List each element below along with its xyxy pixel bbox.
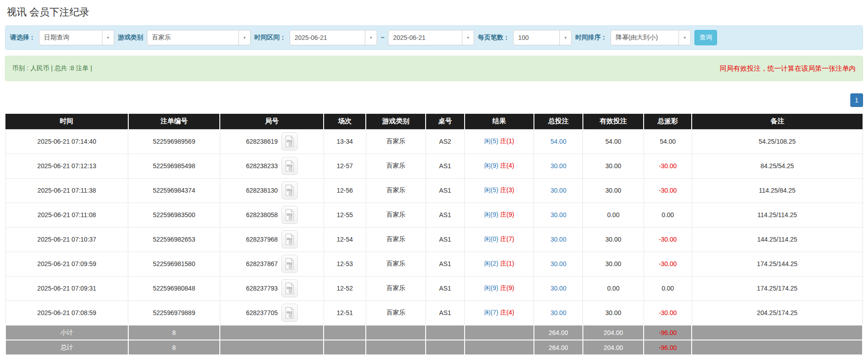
subtotal-cell: -96.00 bbox=[644, 325, 692, 340]
table-row: 2025-06-21 07:10:37 522596982653 6282379… bbox=[5, 227, 863, 252]
cell-table-id: AS1 bbox=[426, 301, 464, 325]
subtotal-row: 小计8264.00204.00-96.00 bbox=[5, 325, 863, 340]
chevron-down-icon: ▼ bbox=[102, 30, 114, 45]
cell-note: 54.25/108.25 bbox=[692, 129, 863, 154]
total-cell bbox=[220, 340, 324, 355]
cell-result: 闲(9) 庄(4) bbox=[465, 154, 534, 178]
video-record-icon[interactable] bbox=[281, 181, 298, 199]
cell-round-id: 628238233 bbox=[220, 154, 324, 178]
column-header: 总投注 bbox=[534, 114, 583, 129]
table-row: 2025-06-21 07:14:40 522596989569 6282386… bbox=[5, 129, 863, 154]
bet-records-table: 时间注单编号局号场次游戏类别桌号结果总投注有效投注总派彩备注 2025-06-2… bbox=[5, 114, 863, 355]
cell-bet-id: 522596979889 bbox=[128, 301, 220, 325]
video-record-icon[interactable] bbox=[281, 206, 298, 224]
result-banker: 庄(9) bbox=[500, 211, 514, 218]
total-bet-link[interactable]: 30.00 bbox=[550, 260, 566, 267]
cell-session: 12-55 bbox=[324, 203, 366, 227]
query-button[interactable]: 查询 bbox=[694, 30, 717, 45]
cell-payout: -30.00 bbox=[644, 154, 692, 178]
result-player: 闲(9) bbox=[484, 211, 498, 218]
total-bet-link[interactable]: 54.00 bbox=[550, 138, 566, 145]
time-range-label: 时间区间： bbox=[254, 34, 286, 42]
cell-payout: -30.00 bbox=[644, 178, 692, 203]
result-banker: 庄(3) bbox=[500, 186, 514, 194]
result-player: 闲(7) bbox=[484, 309, 498, 316]
total-bet-link[interactable]: 30.00 bbox=[550, 236, 566, 243]
column-header: 时间 bbox=[5, 114, 128, 129]
cell-table-id: AS1 bbox=[426, 154, 464, 178]
cell-result: 闲(7) 庄(4) bbox=[465, 301, 534, 325]
column-header: 游戏类别 bbox=[366, 114, 426, 129]
total-cell bbox=[692, 340, 863, 355]
range-separator: ~ bbox=[381, 34, 384, 41]
page-1-button[interactable]: 1 bbox=[850, 93, 863, 107]
cell-total-bet: 30.00 bbox=[534, 203, 583, 227]
cell-payout: 0.00 bbox=[644, 276, 692, 301]
video-record-icon[interactable] bbox=[281, 132, 298, 150]
subtotal-cell bbox=[220, 325, 324, 340]
result-player: 闲(2) bbox=[484, 260, 498, 267]
video-record-icon[interactable] bbox=[281, 279, 298, 297]
result-player: 闲(9) bbox=[484, 284, 498, 291]
round-id-text: 628237793 bbox=[246, 285, 278, 292]
page-title: 视讯 会员下注纪录 bbox=[5, 0, 863, 19]
cell-total-bet: 30.00 bbox=[534, 276, 583, 301]
total-row: 总计8264.00204.00-96.00 bbox=[5, 340, 863, 355]
video-record-icon[interactable] bbox=[281, 304, 298, 322]
cell-note: 174.25/144.25 bbox=[692, 252, 863, 276]
cell-time: 2025-06-21 07:11:38 bbox=[5, 178, 128, 203]
cell-payout: -30.00 bbox=[644, 227, 692, 252]
video-record-icon[interactable] bbox=[281, 157, 298, 175]
cell-note: 204.25/174.25 bbox=[692, 301, 863, 325]
total-bet-link[interactable]: 30.00 bbox=[550, 162, 566, 170]
sort-order-label: 时间排序： bbox=[575, 34, 607, 42]
valid-bet-notice: 同局有效投注，统一计算在该局第一张注单内 bbox=[720, 64, 856, 73]
column-header: 有效投注 bbox=[583, 114, 644, 129]
video-record-icon[interactable] bbox=[281, 255, 298, 273]
result-player: 闲(0) bbox=[484, 235, 498, 243]
cell-table-id: AS1 bbox=[426, 203, 464, 227]
chevron-down-icon: ▼ bbox=[462, 30, 474, 45]
date-from-dropdown[interactable]: 2025-06-21 ▼ bbox=[290, 30, 377, 45]
cell-round-id: 628238619 bbox=[220, 129, 324, 154]
total-bet-link[interactable]: 30.00 bbox=[550, 285, 566, 292]
per-page-dropdown[interactable]: 100 ▼ bbox=[513, 30, 572, 45]
subtotal-cell bbox=[692, 325, 863, 340]
cell-total-bet: 54.00 bbox=[534, 129, 583, 154]
cell-round-id: 628237705 bbox=[220, 301, 324, 325]
total-bet-link[interactable]: 30.00 bbox=[550, 211, 566, 218]
game-type-dropdown[interactable]: 百家乐 ▼ bbox=[147, 30, 251, 45]
column-header: 结果 bbox=[465, 114, 534, 129]
cell-session: 12-53 bbox=[324, 252, 366, 276]
table-row: 2025-06-21 07:08:59 522596979889 6282377… bbox=[5, 301, 863, 325]
total-bet-link[interactable]: 30.00 bbox=[550, 187, 566, 194]
cell-valid-bet: 0.00 bbox=[583, 276, 644, 301]
cell-total-bet: 30.00 bbox=[534, 252, 583, 276]
cell-round-id: 628237867 bbox=[220, 252, 324, 276]
cell-valid-bet: 30.00 bbox=[583, 154, 644, 178]
cell-bet-id: 522596989569 bbox=[128, 129, 220, 154]
result-banker: 庄(7) bbox=[500, 235, 514, 243]
column-header: 总派彩 bbox=[644, 114, 692, 129]
round-id-text: 628238233 bbox=[246, 162, 278, 170]
cell-valid-bet: 30.00 bbox=[583, 301, 644, 325]
cell-bet-id: 522596985498 bbox=[128, 154, 220, 178]
video-record-icon[interactable] bbox=[281, 230, 298, 248]
table-row: 2025-06-21 07:11:38 522596984374 6282381… bbox=[5, 178, 863, 203]
sort-order-dropdown[interactable]: 降幂(由大到小) ▼ bbox=[611, 30, 691, 45]
cell-result: 闲(9) 庄(9) bbox=[465, 276, 534, 301]
chevron-down-icon: ▼ bbox=[679, 30, 690, 45]
round-id-text: 628237705 bbox=[246, 309, 278, 316]
cell-table-id: AS1 bbox=[426, 276, 464, 301]
query-type-dropdown[interactable]: 日期查询 ▼ bbox=[39, 30, 114, 45]
cell-game-type: 百家乐 bbox=[366, 129, 426, 154]
cell-total-bet: 30.00 bbox=[534, 178, 583, 203]
date-to-dropdown[interactable]: 2025-06-21 ▼ bbox=[388, 30, 474, 45]
subtotal-cell bbox=[366, 325, 426, 340]
total-cell: -96.00 bbox=[644, 340, 692, 355]
result-banker: 庄(4) bbox=[500, 309, 514, 316]
cell-note: 114.25/84.25 bbox=[692, 178, 863, 203]
cell-game-type: 百家乐 bbox=[366, 252, 426, 276]
table-row: 2025-06-21 07:09:31 522596980848 6282377… bbox=[5, 276, 863, 301]
total-bet-link[interactable]: 30.00 bbox=[550, 309, 566, 316]
